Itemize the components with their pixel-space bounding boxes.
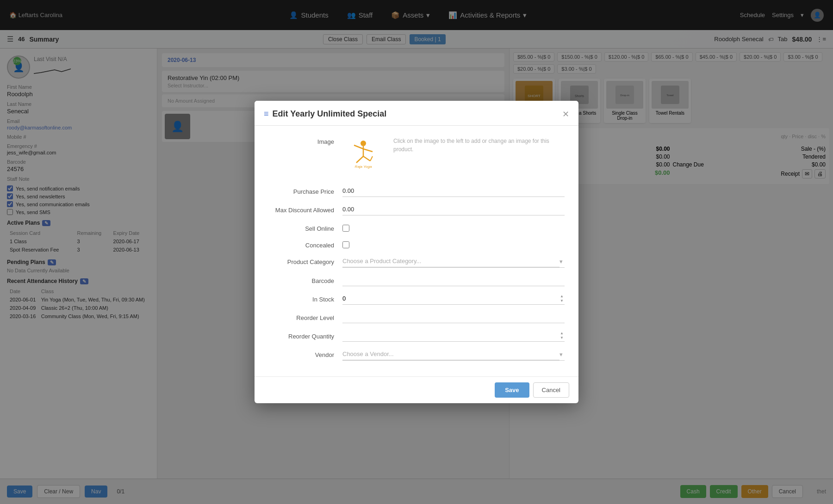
barcode-input[interactable] — [342, 274, 565, 286]
modal-title-icon: ≡ — [264, 109, 269, 119]
image-hint: Click on the image to the left to add or… — [393, 135, 565, 154]
modal-cancel-btn[interactable]: Cancel — [533, 382, 569, 398]
in-stock-down-btn[interactable]: ▼ — [559, 299, 565, 303]
reorder-qty-up-btn[interactable]: ▲ — [559, 331, 565, 336]
purchase-price-input[interactable] — [342, 185, 565, 197]
modal-title: ≡ Edit Yearly Unlimited Special — [264, 109, 386, 119]
svg-line-12 — [356, 156, 363, 163]
image-row: Image — [268, 135, 565, 178]
concealed-label: Concealed — [268, 239, 342, 249]
product-category-row: Product Category Choose a Product Catego… — [268, 255, 565, 268]
image-label: Image — [268, 135, 342, 145]
modal-save-btn[interactable]: Save — [495, 382, 529, 398]
svg-point-8 — [361, 141, 366, 146]
reorder-quantity-input[interactable] — [342, 330, 559, 341]
reorder-quantity-row: Reorder Quantity ▲ ▼ — [268, 330, 565, 342]
svg-line-14 — [370, 156, 373, 161]
reorder-spinbox-buttons: ▲ ▼ — [559, 331, 565, 340]
vendor-select[interactable]: Choose a Vendor... — [342, 348, 559, 360]
in-stock-spinbox: ▲ ▼ — [342, 293, 565, 305]
reorder-qty-down-btn[interactable]: ▼ — [559, 336, 565, 340]
product-category-select[interactable]: Choose a Product Category... — [342, 255, 559, 267]
reorder-level-input[interactable] — [342, 311, 565, 323]
max-discount-label: Max Discount Allowed — [268, 203, 342, 214]
modal-body: Image — [255, 126, 578, 376]
modal-header: ≡ Edit Yearly Unlimited Special ✕ — [255, 101, 578, 126]
purchase-price-row: Purchase Price — [268, 185, 565, 197]
concealed-checkbox[interactable] — [342, 241, 349, 248]
modal-footer: Save Cancel — [255, 376, 578, 403]
spinbox-buttons: ▲ ▼ — [559, 294, 565, 303]
in-stock-input[interactable] — [342, 293, 559, 304]
svg-text:Raja Yoga: Raja Yoga — [355, 165, 372, 169]
product-category-label: Product Category — [268, 255, 342, 265]
barcode-row: Barcode — [268, 274, 565, 286]
product-image[interactable]: Raja Yoga — [342, 135, 384, 172]
edit-product-modal: ≡ Edit Yearly Unlimited Special ✕ Image — [255, 101, 578, 403]
svg-line-11 — [363, 149, 373, 152]
barcode-label: Barcode — [268, 274, 342, 284]
sell-online-checkbox[interactable] — [342, 225, 349, 232]
reorder-level-row: Reorder Level — [268, 311, 565, 323]
in-stock-up-btn[interactable]: ▲ — [559, 294, 565, 299]
vendor-label: Vendor — [268, 348, 342, 358]
vendor-row: Vendor Choose a Vendor... ▾ — [268, 348, 565, 361]
in-stock-row: In Stock ▲ ▼ — [268, 293, 565, 305]
modal-close-btn[interactable]: ✕ — [562, 110, 569, 118]
svg-line-10 — [354, 145, 363, 149]
in-stock-label: In Stock — [268, 293, 342, 303]
reorder-quantity-label: Reorder Quantity — [268, 330, 342, 340]
category-dropdown-icon: ▾ — [559, 258, 563, 265]
vendor-dropdown-icon: ▾ — [559, 351, 563, 358]
reorder-quantity-spinbox: ▲ ▼ — [342, 330, 565, 342]
max-discount-row: Max Discount Allowed — [268, 203, 565, 215]
image-area: Raja Yoga Click on the image to the left… — [342, 135, 565, 172]
sell-online-label: Sell Online — [268, 222, 342, 232]
max-discount-input[interactable] — [342, 203, 565, 215]
purchase-price-label: Purchase Price — [268, 185, 342, 195]
svg-line-13 — [363, 156, 370, 161]
concealed-row: Concealed — [268, 239, 565, 249]
reorder-level-label: Reorder Level — [268, 311, 342, 321]
sell-online-row: Sell Online — [268, 222, 565, 232]
